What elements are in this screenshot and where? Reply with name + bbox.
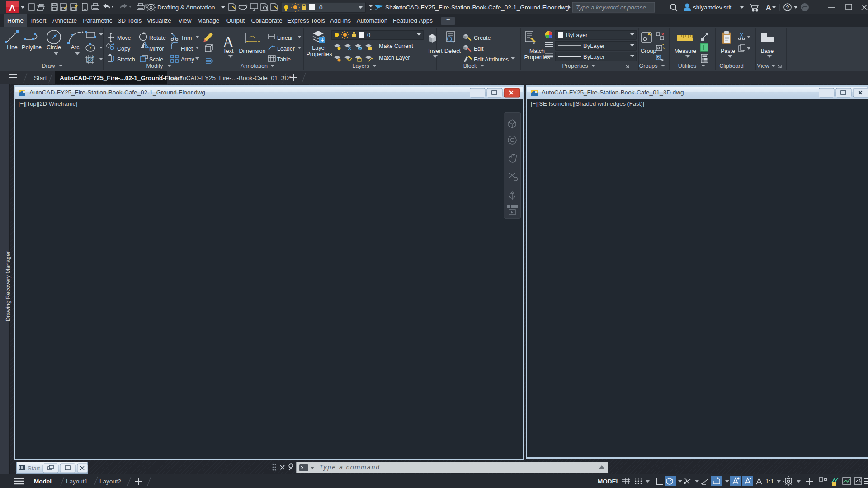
- svg-text:0: 0: [319, 4, 323, 11]
- svg-text:Measure: Measure: [675, 48, 697, 54]
- svg-text:MODEL: MODEL: [598, 478, 620, 485]
- svg-text:Layout1: Layout1: [66, 478, 88, 485]
- svg-text:Dimension: Dimension: [239, 48, 265, 54]
- svg-text:Block: Block: [463, 63, 477, 69]
- svg-text:Layers: Layers: [352, 63, 369, 69]
- svg-text:Detect: Detect: [444, 48, 461, 54]
- svg-text:Clipboard: Clipboard: [719, 63, 744, 69]
- svg-text:AutoCAD-FY25_Fire-Station-Book: AutoCAD-FY25_Fire-Station-Book-Cafe_02-1…: [393, 4, 569, 11]
- svg-text:Base: Base: [761, 48, 774, 54]
- svg-text:Modify: Modify: [146, 63, 164, 69]
- svg-text:Array: Array: [181, 56, 195, 63]
- svg-text:Edit: Edit: [474, 46, 484, 52]
- svg-text:Match: Match: [529, 48, 545, 54]
- svg-text:Group: Group: [641, 48, 656, 54]
- svg-text:A: A: [766, 4, 771, 11]
- svg-text:ByLayer: ByLayer: [583, 53, 605, 60]
- svg-text:Match Layer: Match Layer: [379, 55, 410, 61]
- svg-text:Drafting & Annotation: Drafting & Annotation: [157, 4, 215, 11]
- svg-text:Utilities: Utilities: [678, 63, 696, 69]
- svg-text:AutoCAD-FY25_Fire-...-Book-Caf: AutoCAD-FY25_Fire-...-Book-Cafe_01_3D*: [174, 75, 292, 81]
- svg-text:Layout2: Layout2: [99, 478, 121, 485]
- svg-text:?: ?: [786, 5, 789, 11]
- svg-text:Type a keyword or phrase: Type a keyword or phrase: [576, 4, 646, 11]
- svg-text:Mirror: Mirror: [149, 46, 164, 52]
- svg-text:Stretch: Stretch: [117, 56, 135, 63]
- svg-text:Annotation: Annotation: [241, 63, 268, 69]
- svg-text:Circle: Circle: [47, 44, 61, 51]
- svg-text:Layer: Layer: [312, 45, 326, 51]
- svg-text:A: A: [9, 3, 15, 13]
- svg-text:0: 0: [367, 32, 370, 38]
- svg-text:Rotate: Rotate: [149, 35, 166, 41]
- svg-text:Draw: Draw: [42, 63, 55, 69]
- svg-text:1:1: 1:1: [765, 478, 774, 485]
- svg-text:Table: Table: [277, 56, 291, 63]
- svg-text:Fillet: Fillet: [181, 46, 193, 52]
- svg-text:shiyamdev.srit...: shiyamdev.srit...: [693, 4, 737, 11]
- svg-text:Properties: Properties: [562, 63, 588, 69]
- svg-text:Copy: Copy: [117, 46, 131, 52]
- svg-text:Start: Start: [34, 75, 47, 81]
- svg-text:Properties: Properties: [307, 51, 332, 57]
- svg-text:Line: Line: [7, 44, 18, 51]
- svg-text:Leader: Leader: [277, 46, 295, 52]
- svg-text:Edit Attributes: Edit Attributes: [474, 56, 509, 63]
- svg-text:View: View: [757, 63, 770, 69]
- svg-text:Trim: Trim: [181, 35, 192, 41]
- svg-text:Move: Move: [117, 35, 131, 41]
- svg-text:Arc: Arc: [71, 44, 80, 51]
- svg-text:Insert: Insert: [428, 48, 443, 54]
- svg-text:ByLayer: ByLayer: [583, 42, 605, 49]
- svg-text:Linear: Linear: [277, 35, 293, 41]
- svg-text:Start: Start: [28, 465, 40, 472]
- svg-text:Make Current: Make Current: [379, 43, 413, 49]
- svg-text:Model: Model: [34, 478, 52, 485]
- svg-text:A: A: [223, 33, 234, 50]
- svg-text:Groups: Groups: [639, 63, 658, 69]
- svg-text:Create: Create: [474, 35, 491, 41]
- svg-text:Paste: Paste: [721, 48, 735, 54]
- svg-text:Polyline: Polyline: [22, 44, 42, 51]
- svg-text:AutoCAD-FY25_Fire-...02-1_Grou: AutoCAD-FY25_Fire-...02-1_Ground-Floor*: [60, 75, 183, 81]
- svg-text:Scale: Scale: [149, 56, 163, 63]
- svg-text:ByLayer: ByLayer: [566, 32, 588, 38]
